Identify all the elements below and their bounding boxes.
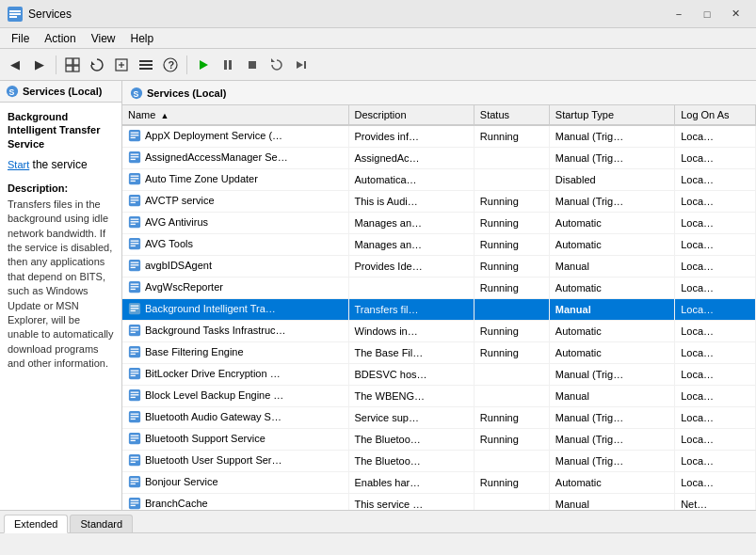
table-row[interactable]: AVG ToolsManages an…RunningAutomaticLoca…: [122, 234, 756, 256]
cell-desc: Provides inf…: [348, 125, 474, 148]
stop-icon: [245, 57, 260, 72]
cell-name: AppX Deployment Service (…: [122, 125, 348, 148]
table-header-row: Name ▲ Description Status Startup Type L…: [122, 105, 756, 125]
table-row[interactable]: BranchCacheThis service …ManualNet…: [122, 494, 756, 511]
cell-logon: Loca…: [675, 472, 756, 494]
menu-view[interactable]: View: [84, 30, 123, 47]
tab-standard[interactable]: Standard: [70, 515, 133, 532]
svg-rect-4: [66, 58, 72, 65]
svg-rect-74: [131, 373, 139, 373]
svg-text:S: S: [9, 87, 15, 97]
table-row[interactable]: Background Tasks Infrastruc…Windows in…R…: [122, 321, 756, 342]
skip-button[interactable]: [290, 54, 313, 76]
table-row[interactable]: Bluetooth User Support Ser…The Bluetoo…M…: [122, 451, 756, 472]
services-tbody: AppX Deployment Service (…Provides inf…R…: [122, 125, 756, 510]
cell-startup: Automatic: [549, 234, 674, 256]
pause-button[interactable]: [217, 54, 239, 76]
maximize-button[interactable]: □: [694, 5, 720, 24]
play-button[interactable]: [192, 54, 215, 76]
cell-logon: Loca…: [675, 234, 756, 256]
cell-logon: Loca…: [675, 321, 756, 342]
cell-name: Bluetooth Audio Gateway S…: [122, 407, 348, 429]
col-header-name[interactable]: Name ▲: [122, 105, 348, 125]
cell-desc: Provides Ide…: [348, 256, 474, 278]
cell-status: Running: [474, 472, 549, 494]
refresh-button[interactable]: [86, 54, 108, 76]
table-row[interactable]: Bluetooth Audio Gateway S…Service sup…Ru…: [122, 407, 756, 429]
show-console-button[interactable]: [61, 54, 84, 76]
cell-startup: Manual (Trig…: [549, 191, 674, 213]
back-button[interactable]: ◀: [4, 54, 26, 76]
table-row[interactable]: Bluetooth Support ServiceThe Bluetoo…Run…: [122, 429, 756, 451]
minimize-button[interactable]: −: [666, 5, 692, 24]
table-row[interactable]: AVG AntivirusManages an…RunningAutomatic…: [122, 213, 756, 234]
cell-logon: Loca…: [675, 278, 756, 299]
col-header-logon[interactable]: Log On As: [675, 105, 756, 125]
table-row[interactable]: AppX Deployment Service (…Provides inf…R…: [122, 125, 756, 148]
pause-icon: [220, 57, 235, 72]
svg-rect-14: [139, 68, 153, 70]
tab-extended[interactable]: Extended: [4, 515, 68, 533]
table-row[interactable]: AssignedAccessManager Se…AssignedAc…Manu…: [122, 148, 756, 169]
svg-rect-29: [131, 133, 139, 134]
svg-rect-78: [131, 394, 139, 395]
table-row[interactable]: Bonjour ServiceEnables har…RunningAutoma…: [122, 472, 756, 494]
start-service-link[interactable]: Start: [8, 159, 29, 170]
properties-button[interactable]: [135, 54, 157, 76]
table-row[interactable]: BitLocker Drive Encryption …BDESVC hos…M…: [122, 364, 756, 386]
svg-rect-66: [131, 329, 139, 330]
menu-file[interactable]: File: [4, 30, 37, 47]
svg-rect-83: [131, 419, 136, 420]
table-row[interactable]: Auto Time Zone UpdaterAutomatica…Disable…: [122, 169, 756, 191]
cell-name: AssignedAccessManager Se…: [122, 148, 348, 169]
description-label: Description:: [8, 182, 114, 194]
description-text: Transfers files in the background using …: [8, 198, 114, 372]
table-row[interactable]: AVCTP serviceThis is Audi…RunningManual …: [122, 191, 756, 213]
sort-arrow: ▲: [160, 111, 169, 120]
table-row[interactable]: Background Intelligent Tra…Transfers fil…: [122, 299, 756, 321]
cell-status: Running: [474, 213, 549, 234]
skip-icon: [294, 57, 309, 72]
cell-status: [474, 494, 549, 511]
forward-button[interactable]: ▶: [28, 54, 51, 76]
cell-status: [474, 169, 549, 191]
close-button[interactable]: ✕: [722, 5, 748, 24]
help-button[interactable]: ?: [159, 54, 182, 76]
svg-text:S: S: [134, 88, 139, 98]
cell-desc: AssignedAc…: [348, 148, 474, 169]
cell-logon: Net…: [675, 494, 756, 511]
table-row[interactable]: Base Filtering EngineThe Base Fil…Runnin…: [122, 342, 756, 364]
col-header-desc[interactable]: Description: [348, 105, 474, 125]
console-icon: [65, 57, 80, 72]
link-suffix: the service: [29, 158, 87, 171]
cell-status: Running: [474, 278, 549, 299]
stop-button[interactable]: [241, 54, 264, 76]
menu-help[interactable]: Help: [123, 30, 162, 47]
help-icon: ?: [163, 57, 178, 72]
svg-rect-45: [131, 219, 139, 220]
cell-desc: The Base Fil…: [348, 342, 474, 364]
services-table-container[interactable]: Name ▲ Description Status Startup Type L…: [122, 105, 756, 510]
window-title: Services: [28, 8, 72, 21]
restart-button[interactable]: [265, 54, 288, 76]
table-row[interactable]: Block Level Backup Engine …The WBENG…Man…: [122, 386, 756, 407]
svg-marker-17: [200, 60, 208, 70]
cell-status: [474, 148, 549, 169]
menu-action[interactable]: Action: [37, 30, 83, 47]
services-table: Name ▲ Description Status Startup Type L…: [122, 105, 756, 510]
table-row[interactable]: AvgWscReporterRunningAutomaticLoca…: [122, 278, 756, 299]
cell-status: [474, 364, 549, 386]
col-header-startup[interactable]: Startup Type: [549, 105, 674, 125]
cell-desc: The Bluetoo…: [348, 429, 474, 451]
export-button[interactable]: [110, 54, 133, 76]
table-row[interactable]: avgbIDSAgentProvides Ide…RunningManualLo…: [122, 256, 756, 278]
svg-rect-13: [139, 64, 153, 66]
col-header-status[interactable]: Status: [474, 105, 549, 125]
svg-rect-6: [66, 66, 72, 71]
cell-logon: Loca…: [675, 169, 756, 191]
cell-logon: Loca…: [675, 125, 756, 148]
cell-desc: Service sup…: [348, 407, 474, 429]
svg-rect-85: [131, 436, 139, 436]
svg-rect-47: [131, 224, 136, 225]
menu-bar: File Action View Help: [0, 28, 756, 49]
